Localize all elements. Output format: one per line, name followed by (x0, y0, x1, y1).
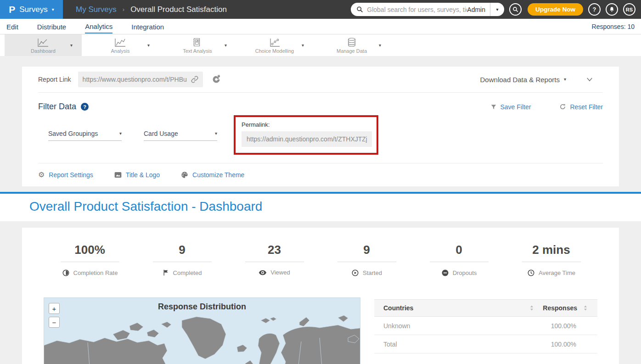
link-icon[interactable] (191, 76, 198, 83)
stats-row: 100% Completion Rate 9 Completed (44, 243, 597, 277)
flag-icon (163, 269, 169, 276)
map-zoom-out-button[interactable]: − (49, 317, 60, 328)
upgrade-now-button[interactable]: Upgrade Now (528, 3, 583, 16)
completion-rate-icon (62, 269, 70, 277)
report-settings-panel: Report Link Download Data & Reports ▾ (22, 67, 619, 186)
saved-groupings-select[interactable]: Saved Groupings ▾ (48, 130, 122, 141)
stat-started: 9 Started (320, 243, 413, 277)
help-button[interactable]: ? (588, 3, 601, 16)
notifications-button[interactable] (606, 3, 618, 16)
permalink-input[interactable] (242, 131, 372, 147)
scatter-chart-icon (269, 37, 281, 47)
funnel-icon (490, 104, 497, 110)
countries-table-header: Countries Responses (374, 299, 597, 317)
breadcrumb-my-surveys[interactable]: My Surveys (76, 5, 117, 14)
map-zoom-controls: + − (49, 303, 60, 328)
page-title: Overall Product Satisfaction - Dashboard (29, 199, 641, 214)
caret-down-icon[interactable]: ▾ (379, 43, 381, 48)
nav-integration[interactable]: Integration (131, 20, 164, 33)
caret-down-icon: ▾ (564, 77, 566, 82)
document-grid-icon (192, 37, 202, 47)
caret-down-icon[interactable]: ▾ (225, 43, 227, 48)
questionpro-logo: P (9, 4, 15, 15)
stat-completed: 9 Completed (136, 243, 228, 277)
breadcrumb-separator-icon: › (123, 6, 124, 13)
countries-table: Countries Responses Unknown 100.00% (374, 299, 597, 364)
table-row: Total 100.00% (374, 335, 597, 353)
globe-lock-icon[interactable] (212, 75, 221, 84)
stat-average-time: 2 mins Average Time (505, 243, 597, 277)
caret-down-icon[interactable]: ▾ (302, 43, 304, 48)
line-chart-icon (37, 37, 49, 47)
save-filter-button[interactable]: Save Filter (490, 103, 531, 111)
image-icon (114, 172, 122, 178)
filter-actions: Save Filter Reset Filter (490, 103, 603, 111)
tab-label: Manage Data (337, 48, 367, 54)
surveys-product-menu[interactable]: P Surveys ▾ (0, 0, 63, 19)
table-row: Unknown 100.00% (374, 317, 597, 335)
report-actions-row: ⚙ Report Settings Title & Logo Customize… (38, 163, 603, 186)
report-link-row: Report Link Download Data & Reports ▾ (38, 67, 603, 93)
response-distribution-map[interactable]: + − Response Distribution (44, 297, 360, 364)
stat-completion-rate: 100% Completion Rate (44, 243, 136, 277)
sort-icon[interactable] (529, 305, 534, 311)
download-data-reports-menu[interactable]: Download Data & Reports ▾ (480, 76, 566, 84)
palette-icon (181, 171, 188, 179)
caret-down-icon: ▾ (119, 131, 122, 136)
responses-count: Responses: 10 (592, 23, 635, 30)
title-logo-button[interactable]: Title & Logo (114, 171, 160, 179)
global-search-bar: Admin ▾ (351, 3, 504, 16)
map-zoom-in-button[interactable]: + (49, 303, 60, 314)
tab-label: Text Analysis (183, 48, 212, 54)
global-search-input[interactable] (367, 6, 467, 13)
database-icon (346, 37, 357, 47)
tab-text-analysis[interactable]: Text Analysis ▾ (159, 34, 236, 56)
caret-down-icon: ▾ (52, 7, 54, 12)
bell-icon (609, 6, 615, 12)
permalink-label: Permalink: (242, 121, 371, 128)
caret-down-icon[interactable]: ▾ (147, 43, 150, 48)
filter-body: Saved Groupings ▾ Card Usage ▾ Permalink… (38, 115, 603, 155)
save-filter-label: Save Filter (500, 103, 531, 111)
reset-icon (559, 103, 566, 110)
customize-theme-button[interactable]: Customize Theme (181, 171, 244, 179)
nav-distribute[interactable]: Distribute (37, 20, 66, 33)
report-link-input[interactable] (83, 76, 191, 83)
card-usage-select[interactable]: Card Usage ▾ (144, 130, 217, 141)
avatar[interactable]: RS (623, 3, 635, 16)
tab-label: Choice Modelling (255, 48, 294, 54)
topbar: P Surveys ▾ My Surveys › Overall Product… (0, 0, 641, 19)
stat-viewed: 23 Viewed (228, 243, 320, 277)
search-scope-dropdown[interactable]: ▾ (490, 7, 504, 12)
page-body: Report Link Download Data & Reports ▾ (0, 56, 641, 364)
reset-filter-button[interactable]: Reset Filter (559, 103, 603, 111)
chevron-down-icon[interactable] (585, 75, 594, 84)
filter-data-title: Filter Data (38, 102, 76, 112)
tab-choice-modelling[interactable]: Choice Modelling ▾ (236, 34, 313, 56)
tab-manage-data[interactable]: Manage Data ▾ (313, 34, 390, 56)
filter-header: Filter Data ? Save Filter Reset Filter (38, 93, 603, 112)
caret-down-icon[interactable]: ▾ (70, 43, 73, 48)
nav-edit[interactable]: Edit (6, 20, 18, 33)
report-link-label: Report Link (38, 76, 71, 83)
search-icon (512, 6, 518, 12)
filter-selects: Saved Groupings ▾ Card Usage ▾ (38, 130, 217, 141)
report-settings-button[interactable]: ⚙ Report Settings (38, 171, 93, 179)
sort-icon[interactable] (583, 305, 588, 311)
stat-dropouts: 0 Dropouts (413, 243, 505, 277)
col-responses-label: Responses (543, 304, 577, 312)
play-circle-icon (351, 269, 359, 277)
survey-nav: Edit Distribute Analytics Integration Re… (0, 19, 641, 34)
world-map (44, 314, 360, 364)
search-icon (356, 6, 363, 13)
filter-help-icon[interactable]: ? (81, 103, 89, 111)
tab-dashboard[interactable]: Dashboard ▾ (5, 34, 82, 56)
download-label: Download Data & Reports (480, 76, 560, 84)
tab-analysis[interactable]: Analysis ▾ (82, 34, 159, 56)
product-label: Surveys (19, 5, 47, 14)
report-link-right: Download Data & Reports ▾ (480, 75, 603, 84)
clock-icon (527, 269, 535, 277)
gear-icon: ⚙ (38, 171, 45, 179)
search-button[interactable] (509, 3, 522, 16)
nav-analytics[interactable]: Analytics (85, 19, 112, 34)
